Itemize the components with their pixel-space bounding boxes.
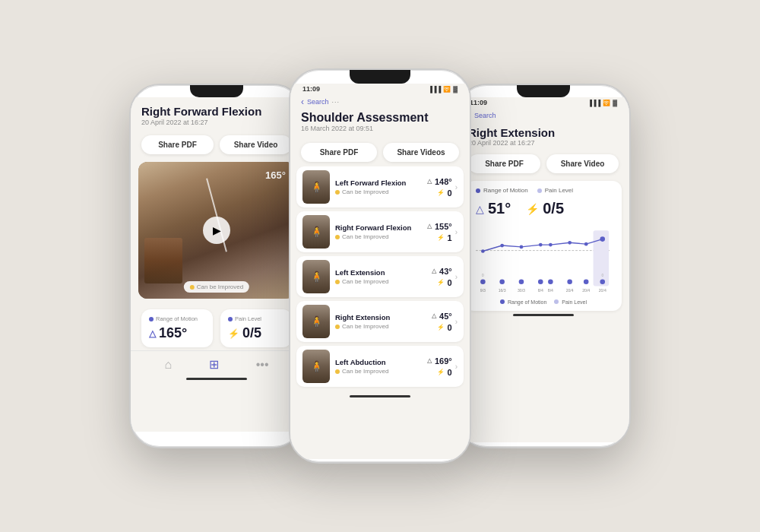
pain-val-0: 0 — [448, 188, 452, 198]
pain-value: 0/5 — [242, 325, 261, 341]
ex-scores-1: △ 155° ⚡ 1 — [427, 222, 452, 242]
wifi-icon-right: 🛜 — [603, 100, 610, 106]
ex-status-text-3: Can be Improved — [342, 323, 388, 330]
x-label-6: 20/4 — [582, 288, 590, 293]
phone1-share-video-button[interactable]: Share Video — [220, 135, 292, 154]
ex-score-pain-4: ⚡ 0 — [437, 368, 452, 377]
pain-icon-4: ⚡ — [437, 369, 445, 375]
nav-bar-right: ‹ Search — [458, 108, 629, 123]
bar-dot-2 — [519, 280, 524, 285]
video-thumbnail[interactable]: ▶ 165° Can be Improved — [138, 162, 295, 299]
more-nav-icon[interactable]: ••• — [256, 358, 269, 372]
metric-rom-label-text: Range of Motion — [156, 315, 198, 322]
notch-right — [517, 85, 570, 97]
chart-area: Range of Motion Pain Level △ 51° ⚡ 0/5 — [465, 181, 622, 311]
ex-dot-0 — [335, 190, 340, 195]
video-overlay: ▶ — [138, 162, 295, 299]
ex-name-0: Left Forward Flexion — [335, 179, 427, 187]
metric-pain-label-text: Pain Level — [235, 315, 261, 322]
metric-value-rom: △ 165° — [149, 325, 205, 341]
exercise-item-1[interactable]: 🧍 Right Forward Flexion Can be Improved … — [296, 211, 464, 252]
status-time-right: 11:09 — [470, 99, 487, 106]
rom-val-0: 148° — [435, 177, 452, 186]
chart-rom-icon: △ — [476, 203, 484, 215]
chart-dot-7-highlight — [600, 236, 605, 242]
nav-back-label-center[interactable]: Search — [307, 98, 329, 106]
exercise-list: 🧍 Left Forward Flexion Can be Improved △… — [290, 166, 470, 391]
phone-right: 11:09 ▐▐▐ 🛜 ▓ ‹ Search Right Extension 2… — [456, 84, 631, 448]
assessment-title: Shoulder Assessment — [301, 111, 459, 125]
ex-dot-3 — [335, 325, 340, 329]
ex-score-pain-3: ⚡ 0 — [437, 323, 452, 332]
chart-dot-4 — [549, 243, 553, 247]
back-icon-center[interactable]: ‹ — [301, 97, 304, 107]
phone3-share-video-button[interactable]: Share Video — [546, 154, 619, 173]
phone1-share-pdf-button[interactable]: Share PDF — [141, 135, 214, 154]
phone3-share-buttons: Share PDF Share Video — [458, 150, 629, 178]
phone1-title: Right Forward Flexion — [141, 105, 292, 118]
bar-dot-4 — [548, 280, 553, 285]
metric-label-pain: Pain Level — [228, 315, 284, 322]
ex-scores-2: △ 43° ⚡ 0 — [432, 267, 452, 287]
chart-rom-value: 51° — [488, 200, 511, 217]
chart-dot-6 — [584, 242, 588, 246]
bar-dot-7 — [600, 280, 605, 285]
ex-dot-1 — [335, 235, 340, 239]
rom-icon-1: △ — [427, 223, 432, 230]
grid-icon[interactable]: ⊞ — [209, 357, 219, 372]
assessment-header: Shoulder Assessment 16 March 2022 at 09:… — [290, 109, 470, 138]
screen-center: ‹ Search ··· Shoulder Assessment 16 Marc… — [290, 94, 470, 459]
phone2-share-pdf-button[interactable]: Share PDF — [301, 143, 377, 162]
exercise-item-3[interactable]: 🧍 Right Extension Can be Improved △ 45° — [296, 301, 464, 342]
metric-value-pain: ⚡ 0/5 — [228, 325, 284, 341]
rom-value: 165° — [159, 325, 187, 341]
dot-blue-rom — [149, 317, 154, 321]
play-button[interactable]: ▶ — [203, 217, 230, 244]
ex-score-rom-3: △ 45° — [432, 312, 452, 321]
exercise-item-4[interactable]: 🧍 Left Abduction Can be Improved △ 169° — [296, 346, 464, 387]
nav-bar-center: ‹ Search ··· — [290, 94, 470, 109]
home-icon[interactable]: ⌂ — [164, 358, 172, 372]
chart-bottom-rom-label: Range of Motion — [508, 299, 546, 305]
chart-bottom-legend-pain: Pain Level — [554, 299, 587, 305]
x-label-7: 20/4 — [599, 288, 606, 293]
pain-icon-2: ⚡ — [437, 279, 445, 286]
legend-pain: Pain Level — [537, 187, 573, 194]
ex-score-rom-2: △ 43° — [432, 267, 452, 276]
more-icon-center[interactable]: ··· — [332, 98, 340, 106]
rom-icon: △ — [149, 328, 156, 339]
dot-blue-pain — [228, 317, 233, 321]
nav-back-label-right[interactable]: Search — [474, 112, 496, 119]
pain-val-3: 0 — [448, 323, 452, 332]
pain-val-2: 0 — [448, 278, 452, 287]
metric-label-rom: Range of Motion — [149, 315, 205, 322]
line-chart-svg: 50 — [476, 223, 611, 295]
rom-val-3: 45° — [439, 312, 452, 321]
exercise-item-0[interactable]: 🧍 Left Forward Flexion Can be Improved △… — [296, 166, 464, 207]
ex-thumb-2: 🧍 — [302, 260, 330, 293]
ex-scores-4: △ 169° ⚡ 0 — [427, 356, 452, 377]
x-label-0: 9/3 — [480, 288, 486, 293]
ex-info-3: Right Extension Can be Improved — [335, 313, 432, 330]
exercise-item-2[interactable]: 🧍 Left Extension Can be Improved △ 43° — [296, 256, 464, 297]
ex-status-text-4: Can be Improved — [342, 368, 388, 375]
chart-bottom-legend-rom: Range of Motion — [500, 299, 546, 305]
ex-info-1: Right Forward Flexion Can be Improved — [335, 223, 427, 240]
status-icons-center: ▐▐▐ 🛜 ▓ — [428, 86, 458, 93]
notch-center — [350, 70, 410, 84]
ex-score-pain-1: ⚡ 1 — [437, 233, 452, 242]
chart-dot-5 — [568, 241, 572, 245]
phone3-share-pdf-button[interactable]: Share PDF — [468, 154, 540, 173]
ex-info-0: Left Forward Flexion Can be Improved — [335, 179, 427, 195]
status-dot-yellow — [190, 285, 195, 290]
ex-name-4: Left Abduction — [335, 358, 427, 366]
phone2-share-videos-button[interactable]: Share Videos — [383, 143, 459, 162]
phones-container: Right Forward Flexion 20 April 2022 at 1… — [129, 68, 631, 464]
chevron-icon-4: › — [455, 363, 458, 371]
bar-dot-6 — [584, 280, 589, 285]
phone-center: 11:09 ▐▐▐ 🛜 ▓ ‹ Search ··· Shoulder Asse… — [289, 68, 471, 464]
rom-icon-2: △ — [432, 268, 436, 274]
pain-val-4: 0 — [448, 368, 452, 377]
ex-thumb-4: 🧍 — [302, 350, 330, 383]
wifi-icon: 🛜 — [443, 86, 451, 93]
